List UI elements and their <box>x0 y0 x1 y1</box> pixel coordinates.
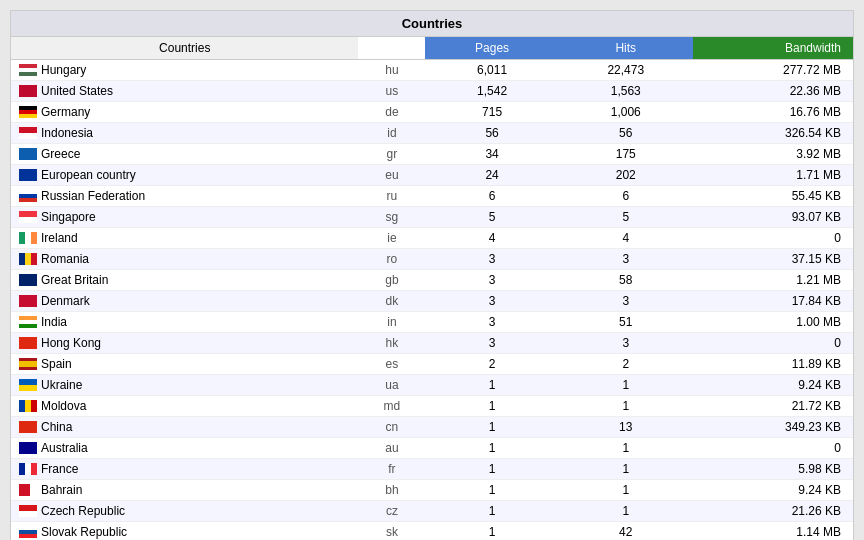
hits-value: 3 <box>559 291 693 312</box>
country-cell: Russian Federation <box>11 186 358 207</box>
flag-cn <box>19 421 37 433</box>
table-row: Singaporesg5593.07 KB <box>11 207 853 228</box>
table-row: Germanyde7151,00616.76 MB <box>11 102 853 123</box>
country-cell: Germany <box>11 102 358 123</box>
country-code: bh <box>358 480 425 501</box>
country-code: id <box>358 123 425 144</box>
bandwidth-value: 21.26 KB <box>693 501 853 522</box>
country-name: Hungary <box>41 63 86 77</box>
country-name: Great Britain <box>41 273 108 287</box>
flag-in <box>19 316 37 328</box>
pages-value: 6 <box>425 186 559 207</box>
flag-dk <box>19 295 37 307</box>
panel-title: Countries <box>11 11 853 37</box>
table-row: Hong Konghk330 <box>11 333 853 354</box>
country-cell: Hungary <box>11 60 358 81</box>
hits-value: 5 <box>559 207 693 228</box>
table-row: Bahrainbh119.24 KB <box>11 480 853 501</box>
bandwidth-value: 277.72 MB <box>693 60 853 81</box>
pages-value: 6,011 <box>425 60 559 81</box>
country-code: in <box>358 312 425 333</box>
country-name: Hong Kong <box>41 336 101 350</box>
bandwidth-value: 93.07 KB <box>693 207 853 228</box>
country-name: Indonesia <box>41 126 93 140</box>
header-code <box>358 37 425 60</box>
flag-us <box>19 85 37 97</box>
pages-value: 1 <box>425 522 559 541</box>
country-code: sg <box>358 207 425 228</box>
pages-value: 34 <box>425 144 559 165</box>
bandwidth-value: 55.45 KB <box>693 186 853 207</box>
flag-ua <box>19 379 37 391</box>
header-country: Countries <box>11 37 358 60</box>
flag-ro <box>19 253 37 265</box>
table-row: Indonesiaid5656326.54 KB <box>11 123 853 144</box>
country-cell: Ireland <box>11 228 358 249</box>
country-code: us <box>358 81 425 102</box>
flag-sk <box>19 526 37 538</box>
pages-value: 1 <box>425 501 559 522</box>
country-cell: Moldova <box>11 396 358 417</box>
bandwidth-value: 3.92 MB <box>693 144 853 165</box>
table-row: Romaniaro3337.15 KB <box>11 249 853 270</box>
country-name: Moldova <box>41 399 86 413</box>
flag-es <box>19 358 37 370</box>
hits-value: 1 <box>559 501 693 522</box>
pages-value: 1 <box>425 417 559 438</box>
table-row: European countryeu242021.71 MB <box>11 165 853 186</box>
country-name: Ireland <box>41 231 78 245</box>
country-code: cz <box>358 501 425 522</box>
country-name: Australia <box>41 441 88 455</box>
flag-bh <box>19 484 37 496</box>
table-row: Great Britaingb3581.21 MB <box>11 270 853 291</box>
bandwidth-value: 0 <box>693 228 853 249</box>
bandwidth-value: 21.72 KB <box>693 396 853 417</box>
table-row: Slovak Republicsk1421.14 MB <box>11 522 853 541</box>
country-cell: France <box>11 459 358 480</box>
flag-ie <box>19 232 37 244</box>
bandwidth-value: 5.98 KB <box>693 459 853 480</box>
bandwidth-value: 11.89 KB <box>693 354 853 375</box>
country-cell: China <box>11 417 358 438</box>
bandwidth-value: 0 <box>693 438 853 459</box>
country-name: Romania <box>41 252 89 266</box>
bandwidth-value: 16.76 MB <box>693 102 853 123</box>
bandwidth-value: 0 <box>693 333 853 354</box>
country-cell: Bahrain <box>11 480 358 501</box>
table-row: United Statesus1,5421,56322.36 MB <box>11 81 853 102</box>
country-code: hk <box>358 333 425 354</box>
hits-value: 1 <box>559 438 693 459</box>
bandwidth-value: 1.71 MB <box>693 165 853 186</box>
country-code: eu <box>358 165 425 186</box>
country-code: au <box>358 438 425 459</box>
country-name: Greece <box>41 147 80 161</box>
flag-hu <box>19 64 37 76</box>
countries-table: Countries Pages Hits Bandwidth Hungaryhu… <box>11 37 853 540</box>
hits-value: 22,473 <box>559 60 693 81</box>
country-code: gb <box>358 270 425 291</box>
pages-value: 3 <box>425 291 559 312</box>
table-row: Hungaryhu6,01122,473277.72 MB <box>11 60 853 81</box>
hits-value: 3 <box>559 249 693 270</box>
pages-value: 56 <box>425 123 559 144</box>
flag-eu <box>19 169 37 181</box>
pages-value: 3 <box>425 312 559 333</box>
country-name: European country <box>41 168 136 182</box>
country-cell: Australia <box>11 438 358 459</box>
country-name: Czech Republic <box>41 504 125 518</box>
hits-value: 42 <box>559 522 693 541</box>
bandwidth-value: 22.36 MB <box>693 81 853 102</box>
hits-value: 202 <box>559 165 693 186</box>
hits-value: 51 <box>559 312 693 333</box>
country-name: Denmark <box>41 294 90 308</box>
pages-value: 4 <box>425 228 559 249</box>
country-code: fr <box>358 459 425 480</box>
bandwidth-value: 17.84 KB <box>693 291 853 312</box>
flag-cz <box>19 505 37 517</box>
pages-value: 3 <box>425 333 559 354</box>
country-name: Ukraine <box>41 378 82 392</box>
hits-value: 2 <box>559 354 693 375</box>
country-name: Russian Federation <box>41 189 145 203</box>
header-pages: Pages <box>425 37 559 60</box>
countries-panel: Countries Countries Pages Hits Bandwidth… <box>10 10 854 540</box>
